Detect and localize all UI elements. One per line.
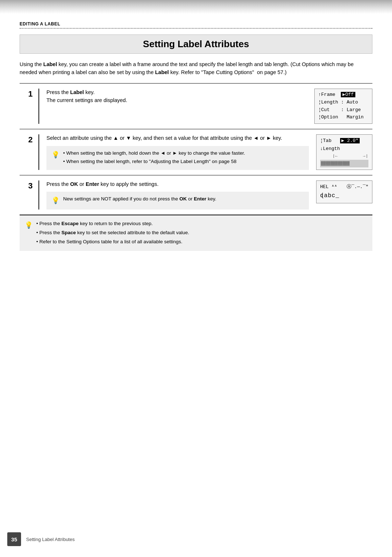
step-2-screen-area: ¦Tab ▶ 2.0" ↓Length |← →| ▓▓▓▓▓▓▓▓▓▓▓▓ bbox=[316, 134, 372, 170]
step-3-text-area: Press the OK or Enter key to apply the s… bbox=[46, 180, 309, 210]
step-1-bar bbox=[38, 89, 39, 124]
step-2-note-icon: 💡 bbox=[52, 150, 60, 160]
general-note-3: Refer to the Setting Options table for a… bbox=[36, 238, 367, 246]
step-3-note-content: New settings are NOT applied if you do n… bbox=[63, 195, 304, 203]
step-1-screen-area: ↑Frame ▶Off ¦Length : Auto ¦Cut : Large … bbox=[314, 89, 372, 124]
step-2-tab-val: ▶ 2.0" bbox=[340, 138, 360, 143]
step-1-off-highlight: ▶Off bbox=[341, 92, 355, 97]
step-1-inner: Press the Label key. The current setting… bbox=[46, 89, 372, 124]
section-header-text: EDITING A LABEL bbox=[20, 21, 60, 27]
step-3-row: 3 Press the OK or Enter key to apply the… bbox=[20, 175, 372, 215]
step-3-main: Press the OK or Enter key to apply the s… bbox=[46, 180, 309, 188]
general-notes-content: Press the Escape key to return to the pr… bbox=[36, 220, 367, 247]
step-2-note-item-2: When setting the label length, refer to … bbox=[63, 158, 304, 166]
step-1-screen-line4: ¦Option Margin bbox=[318, 114, 368, 121]
page-footer: 35 Setting Label Attributes bbox=[0, 532, 392, 546]
step-3-screen-bottom: ɖabc_ bbox=[320, 191, 368, 201]
step-3-screen: HEL ᴬᴬ Ⓐ‾.‒.‾" ɖabc_ bbox=[316, 180, 372, 203]
step-3-note-icon: 💡 bbox=[52, 196, 60, 206]
step-1-sub: The current settings are displayed. bbox=[46, 97, 127, 103]
step-2-screen-tab: ¦Tab ▶ 2.0" bbox=[320, 137, 368, 145]
dotted-rule bbox=[20, 28, 372, 29]
page-title: Setting Label Attributes bbox=[143, 38, 249, 49]
intro-text: Using the Label key, you can create a la… bbox=[20, 60, 372, 77]
step-3-bar bbox=[38, 180, 39, 210]
step-3-hel: HEL ᴬᴬ bbox=[320, 183, 337, 191]
step-3-inner: Press the OK or Enter key to apply the s… bbox=[46, 180, 372, 210]
step-2-row: 2 Select an attribute using the ▲ or ▼ k… bbox=[20, 129, 372, 175]
step-2-section: 2 Select an attribute using the ▲ or ▼ k… bbox=[20, 129, 372, 175]
step-2-main: Select an attribute using the ▲ or ▼ key… bbox=[46, 134, 309, 142]
step-2-text-area: Select an attribute using the ▲ or ▼ key… bbox=[46, 134, 309, 170]
step-1-screen-line3: ¦Cut : Large bbox=[318, 106, 368, 114]
step-3-screen-area: HEL ᴬᴬ Ⓐ‾.‒.‾" ɖabc_ bbox=[316, 180, 372, 210]
step-2-bar bbox=[38, 134, 39, 170]
step-2-note: 💡 When setting the tab length, hold down… bbox=[46, 146, 309, 170]
step-2-screen: ¦Tab ▶ 2.0" ↓Length |← →| ▓▓▓▓▓▓▓▓▓▓▓▓ bbox=[316, 134, 372, 170]
general-notes-icon: 💡 bbox=[25, 220, 33, 231]
step-2-screen-length: ↓Length bbox=[320, 145, 368, 153]
step-1-screen: ↑Frame ▶Off ¦Length : Auto ¦Cut : Large … bbox=[314, 89, 372, 124]
step-2-length-bar: ▓▓▓▓▓▓▓▓▓▓▓▓ bbox=[320, 160, 368, 167]
step-1-main: Press the Label key. The current setting… bbox=[46, 89, 307, 105]
step-2-length-arrows: |← →| bbox=[320, 153, 368, 160]
step-1-screen-line2: ¦Length : Auto bbox=[318, 99, 368, 106]
section-header: EDITING A LABEL bbox=[20, 20, 372, 27]
step-2-number: 2 bbox=[20, 134, 33, 145]
general-note-2: Press the Space key to set the selected … bbox=[36, 229, 367, 237]
step-1-section: 1 Press the Label key. The current setti… bbox=[20, 83, 372, 129]
step-2-note-content: When setting the tab length, hold down t… bbox=[63, 150, 304, 166]
step-1-text-area: Press the Label key. The current setting… bbox=[46, 89, 307, 124]
page-number: 35 bbox=[7, 532, 21, 546]
step-3-a-indicator: Ⓐ‾.‒.‾" bbox=[347, 183, 368, 191]
footer-label: Setting Label Attributes bbox=[26, 537, 75, 542]
top-bar bbox=[0, 0, 392, 14]
page-title-box: Setting Label Attributes bbox=[20, 34, 372, 54]
step-1-number: 1 bbox=[20, 89, 33, 99]
step-3-screen-top: HEL ᴬᴬ Ⓐ‾.‒.‾" bbox=[320, 183, 368, 191]
step-1-screen-line1: ↑Frame ▶Off bbox=[318, 91, 368, 99]
step-2-note-item-1: When setting the tab length, hold down t… bbox=[63, 150, 304, 157]
general-note-1: Press the Escape key to return to the pr… bbox=[36, 220, 367, 228]
general-notes: 💡 Press the Escape key to return to the … bbox=[20, 215, 372, 251]
step-3-note: 💡 New settings are NOT applied if you do… bbox=[46, 192, 309, 210]
step-3-number: 3 bbox=[20, 180, 33, 191]
step-1-row: 1 Press the Label key. The current setti… bbox=[20, 84, 372, 129]
step-2-inner: Select an attribute using the ▲ or ▼ key… bbox=[46, 134, 372, 170]
step-3-section: 3 Press the OK or Enter key to apply the… bbox=[20, 175, 372, 215]
page-content: EDITING A LABEL Setting Label Attributes… bbox=[0, 14, 392, 265]
